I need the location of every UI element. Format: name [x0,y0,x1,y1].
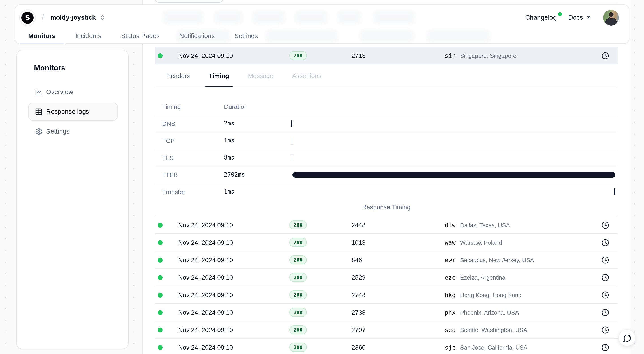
log-latency: 2360 [322,344,424,351]
log-time-button[interactable] [600,342,610,352]
support-chat-button[interactable] [618,329,636,346]
phase-name: TLS [155,154,224,161]
nav-tab-incidents[interactable]: Incidents [75,27,101,44]
status-code-badge: 200 [289,308,307,317]
tab-assertions: Assertions [288,64,326,87]
log-time-button[interactable] [600,255,610,265]
duration-column-header: Duration [224,103,291,110]
log-time-button[interactable] [600,308,610,317]
phase-duration: 1ms [224,188,291,195]
region-code: ewr [445,256,456,263]
log-latency: 2738 [322,309,424,316]
region-code: dfw [445,221,456,228]
status-ok-dot [158,53,162,58]
workspace-name: moldy-joystick [50,14,96,21]
chat-bubble-icon [623,334,631,342]
user-avatar[interactable] [603,10,619,25]
phase-bar [291,137,292,144]
phase-duration: 8ms [224,154,291,161]
gear-icon [35,128,42,135]
log-time-button[interactable] [600,290,610,299]
log-row[interactable]: Nov 24, 2024 09:10 200 2360 sjcSan Jose,… [155,339,618,354]
log-date: Nov 24, 2024 09:10 [178,239,274,246]
log-latency: 2448 [322,221,424,228]
status-code-badge: 200 [289,220,307,229]
log-row[interactable]: Nov 24, 2024 09:10 200 2529 ezeEzeiza, A… [155,269,618,286]
clock-icon [602,308,609,316]
log-row[interactable]: Nov 24, 2024 09:10 200 2738 phxPhoenix, … [155,304,618,321]
clock-icon [602,343,609,351]
sidebar-item-label: Overview [46,88,73,96]
changelog-link[interactable]: Changelog [525,14,557,21]
timing-row-dns: DNS 2ms [155,115,618,132]
status-code-badge: 200 [289,343,307,352]
region-code: hkg [445,291,456,298]
sidebar-item-label: Settings [46,128,70,135]
logo-glyph: S [25,13,30,22]
sidebar-item-settings[interactable]: Settings [28,122,118,140]
phase-bar [291,120,292,127]
phase-bar-track [291,166,615,183]
log-row[interactable]: Nov 24, 2024 09:10 200 2448 dfwDallas, T… [155,216,618,234]
status-ok-dot [158,222,162,227]
log-time-button[interactable] [600,238,610,247]
log-time-button[interactable] [600,220,610,230]
log-row[interactable]: Nov 24, 2024 09:10 200 846 ewrSecaucus, … [155,251,618,269]
nav-tab-notifications[interactable]: Notifications [179,27,215,44]
log-detail-panel: Headers Timing Message Assertions Timing… [155,64,618,211]
arrow-up-right-icon [586,15,592,20]
log-date: Nov 24, 2024 09:10 [178,221,274,228]
nav-tab-monitors[interactable]: Monitors [28,27,56,44]
log-row[interactable]: Nov 24, 2024 09:10 200 2707 seaSeattle, … [155,321,618,339]
status-code-badge: 200 [289,290,307,299]
phase-bar-track [291,183,615,200]
log-time-button[interactable] [600,325,610,334]
log-latency: 2707 [322,326,424,333]
region-code: sin [445,52,456,59]
line-chart-icon [35,88,42,96]
log-row[interactable]: Nov 24, 2024 09:10 200 1013 wawWarsaw, P… [155,234,618,251]
docs-link[interactable]: Docs [568,14,592,21]
workspace-switcher[interactable]: moldy-joystick [50,14,106,21]
status-code-badge: 200 [289,325,307,334]
nav-tab-status-pages[interactable]: Status Pages [121,27,160,44]
log-latency: 1013 [322,239,424,246]
timing-row-ttfb: TTFB 2702ms [155,166,618,183]
log-latency: 2748 [322,291,424,298]
tab-timing[interactable]: Timing [205,64,233,87]
region-location: Warsaw, Poland [460,239,502,246]
region-code: sea [445,326,456,333]
sidebar-item-label: Response logs [46,108,89,115]
app-root: Nov 24, 2024 09:10 200 2713 sin Singapor… [0,0,644,354]
nav-tab-settings[interactable]: Settings [234,27,258,44]
region-location: Seattle, Washington, USA [460,327,527,333]
region-location: Dallas, Texas, USA [460,222,510,228]
tab-headers[interactable]: Headers [162,64,194,87]
region-location: Secaucus, New Jersey, USA [460,257,534,263]
status-code-badge: 200 [289,273,307,282]
timing-column-header: Timing [155,103,224,110]
phase-bar [292,154,293,161]
region-location: Singapore, Singapore [460,53,516,59]
log-row[interactable]: Nov 24, 2024 09:10 200 2748 hkgHong Kong… [155,286,618,304]
region-code: waw [445,239,456,246]
phase-name: TCP [155,137,224,144]
log-date: Nov 24, 2024 09:10 [178,256,274,263]
clock-icon [602,273,609,281]
status-ok-dot [158,327,162,332]
header-nav: Monitors Incidents Status Pages Notifica… [15,27,629,44]
sidebar-item-overview[interactable]: Overview [28,83,118,101]
sidebar-item-response-logs[interactable]: Response logs [28,103,118,121]
timing-row-tls: TLS 8ms [155,149,618,166]
log-time-button[interactable] [600,273,610,282]
log-date: Nov 24, 2024 09:10 [178,326,274,333]
phase-bar-track [291,132,615,149]
log-date: Nov 24, 2024 09:10 [178,291,274,298]
log-latency: 846 [322,256,424,263]
app-logo[interactable]: S [22,12,34,24]
log-time-button[interactable] [600,51,610,60]
status-ok-dot [158,257,162,262]
log-row-selected[interactable]: Nov 24, 2024 09:10 200 2713 sin Singapor… [155,47,618,64]
status-ok-dot [158,345,162,350]
timing-table-header: Timing Duration [155,99,618,115]
